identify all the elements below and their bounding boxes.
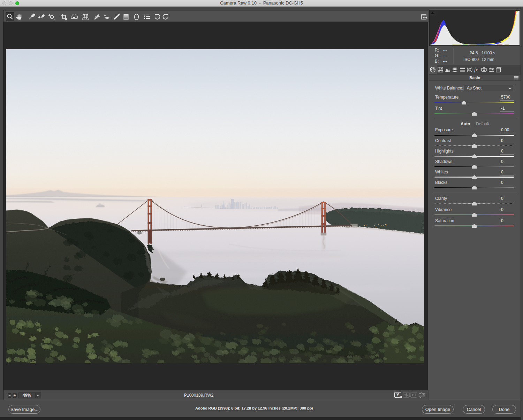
svg-text:fx: fx <box>474 67 478 72</box>
